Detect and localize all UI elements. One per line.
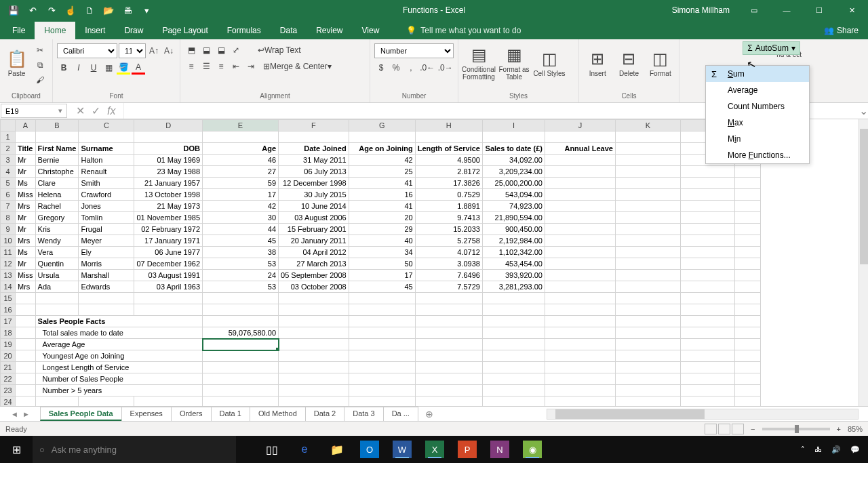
row-header[interactable]: 11	[1, 247, 16, 258]
data-cell[interactable]: 4.0712	[415, 247, 482, 258]
insert-cells-button[interactable]: ⊞Insert	[583, 41, 612, 85]
excel-icon[interactable]: X	[425, 441, 444, 458]
cortana-search[interactable]: ○ Ask me anything	[33, 436, 236, 463]
share-button[interactable]: 👥 Share	[814, 22, 868, 39]
data-cell[interactable]: 12 December 1998	[279, 178, 349, 189]
data-cell[interactable]: 21 January 1957	[134, 178, 203, 189]
italic-button[interactable]: I	[72, 61, 85, 75]
tab-page-layout[interactable]: Page Layout	[153, 22, 217, 39]
data-cell[interactable]: 7.6496	[415, 270, 482, 281]
table-header-cell[interactable]: Title	[16, 143, 36, 155]
column-header[interactable]: F	[279, 120, 349, 131]
data-cell[interactable]: Wendy	[35, 235, 79, 247]
autosum-more-functions-item[interactable]: More Functions...	[706, 147, 809, 163]
touch-mode-icon[interactable]: ☝	[62, 2, 79, 18]
data-cell[interactable]: 10 June 2014	[279, 201, 349, 212]
data-cell[interactable]: Edwards	[79, 281, 134, 293]
column-header[interactable]: D	[134, 120, 203, 131]
ribbon-display-icon[interactable]: ▭	[741, 0, 768, 20]
row-header[interactable]: 8	[1, 212, 16, 224]
table-header-cell[interactable]: Sales to date (£)	[482, 143, 545, 155]
data-cell[interactable]	[615, 189, 680, 201]
sheet-tab[interactable]: Expenses	[121, 407, 172, 421]
data-cell[interactable]: Jones	[79, 201, 134, 212]
data-cell[interactable]	[615, 270, 680, 281]
row-header[interactable]: 3	[1, 155, 16, 166]
data-cell[interactable]	[545, 235, 615, 247]
sheet-tab[interactable]: Old Method	[250, 407, 306, 421]
column-header[interactable]: E	[203, 120, 279, 131]
cancel-formula-icon[interactable]: ✕	[76, 104, 85, 117]
column-header[interactable]: C	[79, 120, 134, 131]
fx-icon[interactable]: fx	[107, 105, 115, 117]
zoom-slider[interactable]	[762, 428, 830, 430]
tab-review[interactable]: Review	[307, 22, 352, 39]
decrease-font-icon[interactable]: A↓	[162, 44, 176, 58]
data-cell[interactable]	[615, 166, 680, 178]
row-header[interactable]: 5	[1, 178, 16, 189]
data-cell[interactable]: 41	[349, 201, 415, 212]
column-header[interactable]	[1, 120, 16, 131]
column-header[interactable]: I	[482, 120, 545, 131]
qat-customize-icon[interactable]: ▾	[138, 2, 155, 18]
data-cell[interactable]	[545, 189, 615, 201]
column-header[interactable]: G	[349, 120, 415, 131]
merge-center-button[interactable]: ⊞ Merge & Center ▾	[259, 60, 336, 73]
name-box[interactable]: E19 ▾	[1, 104, 67, 118]
row-header[interactable]: 10	[1, 235, 16, 247]
data-cell[interactable]: 74,923.00	[482, 201, 545, 212]
data-cell[interactable]: 04 April 2012	[279, 247, 349, 258]
align-middle-icon[interactable]: ⬓	[199, 43, 213, 57]
autosum-max-item[interactable]: Max	[706, 115, 809, 131]
row-header[interactable]: 22	[1, 373, 16, 385]
data-cell[interactable]: 4.9500	[415, 155, 482, 166]
facts-value[interactable]	[203, 373, 279, 385]
tab-data[interactable]: Data	[271, 22, 307, 39]
zoom-level[interactable]: 85%	[848, 425, 863, 433]
row-header[interactable]: 17	[1, 316, 16, 327]
data-cell[interactable]: Quentin	[35, 258, 79, 270]
normal-view-icon[interactable]	[705, 424, 717, 434]
data-cell[interactable]: 9.7413	[415, 212, 482, 224]
row-header[interactable]: 6	[1, 189, 16, 201]
tab-home[interactable]: Home	[35, 22, 75, 39]
data-cell[interactable]: 15.2033	[415, 224, 482, 235]
row-header[interactable]: 16	[1, 304, 16, 316]
facts-value[interactable]	[203, 350, 279, 362]
data-cell[interactable]: Helena	[35, 189, 79, 201]
expand-formula-bar-icon[interactable]: ⌄	[859, 103, 868, 119]
font-size-select[interactable]: 11	[119, 43, 146, 58]
outlook-icon[interactable]: O	[360, 441, 379, 458]
bold-button[interactable]: B	[57, 61, 71, 75]
data-cell[interactable]: 02 February 1972	[134, 224, 203, 235]
data-cell[interactable]: Meyer	[79, 235, 134, 247]
facts-value[interactable]: 59,076,580.00	[203, 327, 279, 339]
new-sheet-button[interactable]: ⊕	[418, 409, 440, 420]
row-header[interactable]: 7	[1, 201, 16, 212]
data-cell[interactable]: Mr	[16, 258, 36, 270]
volume-icon[interactable]: 🔊	[831, 445, 841, 454]
align-bottom-icon[interactable]: ⬓	[214, 43, 228, 57]
data-cell[interactable]	[615, 201, 680, 212]
data-cell[interactable]: Halton	[79, 155, 134, 166]
camtasia-icon[interactable]: ◉	[523, 441, 542, 458]
data-cell[interactable]: Ms	[16, 178, 36, 189]
data-cell[interactable]	[615, 235, 680, 247]
data-cell[interactable]: Christophe	[35, 166, 79, 178]
data-cell[interactable]: 34	[349, 247, 415, 258]
data-cell[interactable]: 27 March 2013	[279, 258, 349, 270]
data-cell[interactable]: 20	[349, 212, 415, 224]
data-cell[interactable]: 31 May 2011	[279, 155, 349, 166]
data-cell[interactable]: Vera	[35, 247, 79, 258]
tab-draw[interactable]: Draw	[115, 22, 153, 39]
data-cell[interactable]: 13 October 1998	[134, 189, 203, 201]
data-cell[interactable]: 15 February 2001	[279, 224, 349, 235]
format-cells-button[interactable]: ◫Format	[646, 41, 675, 85]
data-cell[interactable]: Tomlin	[79, 212, 134, 224]
data-cell[interactable]	[615, 212, 680, 224]
data-cell[interactable]: Mr	[16, 166, 36, 178]
word-icon[interactable]: W	[393, 441, 412, 458]
data-cell[interactable]: 1.8891	[415, 201, 482, 212]
edge-icon[interactable]: e	[289, 436, 320, 463]
facts-label[interactable]: Number > 5 years	[35, 385, 202, 396]
